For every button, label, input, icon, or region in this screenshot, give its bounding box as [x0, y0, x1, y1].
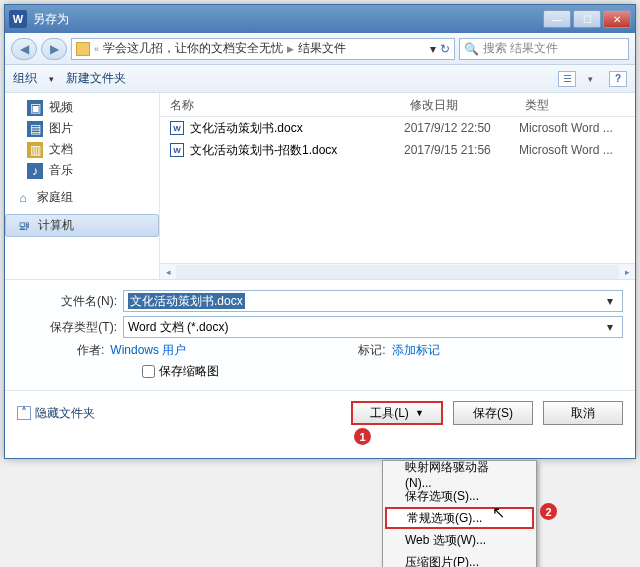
- maximize-button[interactable]: ☐: [573, 10, 601, 28]
- tag-label: 标记:: [358, 342, 385, 359]
- author-label: 作者:: [77, 342, 104, 359]
- word-icon: W: [9, 10, 27, 28]
- tools-button[interactable]: 工具(L) ▼: [351, 401, 443, 425]
- chevron-up-icon: ˄: [17, 406, 31, 420]
- menu-map-drive[interactable]: 映射网络驱动器(N)...: [385, 463, 534, 485]
- col-type[interactable]: 类型: [515, 93, 635, 116]
- file-list: 名称 修改日期 类型 W 文化活动策划书.docx 2017/9/12 22:5…: [160, 93, 635, 279]
- save-button[interactable]: 保存(S): [453, 401, 533, 425]
- help-icon[interactable]: ?: [609, 71, 627, 87]
- save-as-dialog: W 另存为 — ☐ ✕ ◀ ▶ « 学会这几招，让你的文档安全无忧 ▶ 结果文件…: [4, 4, 636, 459]
- nav-pane: ▣视频 ▤图片 ▥文档 ♪音乐 ⌂家庭组 🖳计算机: [5, 93, 160, 279]
- nav-music[interactable]: ♪音乐: [5, 160, 159, 181]
- filename-label: 文件名(N):: [17, 293, 117, 310]
- forward-button[interactable]: ▶: [41, 38, 67, 60]
- view-icon[interactable]: ☰: [558, 71, 576, 87]
- chevron-down-icon[interactable]: ▾: [602, 294, 618, 308]
- computer-icon: 🖳: [16, 218, 32, 234]
- list-item[interactable]: W 文化活动策划书-招数1.docx 2017/9/15 21:56 Micro…: [160, 139, 635, 161]
- chevron-right-icon: ▶: [287, 44, 294, 54]
- filename-input[interactable]: 文化活动策划书.docx ▾: [123, 290, 623, 312]
- savetype-label: 保存类型(T):: [17, 319, 117, 336]
- button-row: ˄ 隐藏文件夹 工具(L) ▼ 保存(S) 取消: [5, 390, 635, 435]
- list-item[interactable]: W 文化活动策划书.docx 2017/9/12 22:50 Microsoft…: [160, 117, 635, 139]
- author-value[interactable]: Windows 用户: [110, 342, 186, 359]
- scroll-left-icon[interactable]: ◂: [160, 265, 176, 279]
- scroll-right-icon[interactable]: ▸: [619, 265, 635, 279]
- savetype-select[interactable]: Word 文档 (*.docx) ▾: [123, 316, 623, 338]
- search-icon: 🔍: [464, 42, 479, 56]
- close-button[interactable]: ✕: [603, 10, 631, 28]
- list-header: 名称 修改日期 类型: [160, 93, 635, 117]
- folder-icon: [76, 42, 90, 56]
- tools-dropdown: 映射网络驱动器(N)... 保存选项(S)... 常规选项(G)... Web …: [382, 460, 537, 567]
- nav-pictures[interactable]: ▤图片: [5, 118, 159, 139]
- document-icon: ▥: [27, 142, 43, 158]
- menu-compress-pictures[interactable]: 压缩图片(P)...: [385, 551, 534, 567]
- addr-drop-icon[interactable]: ▾: [430, 42, 436, 56]
- breadcrumb-seg2[interactable]: 结果文件: [298, 40, 346, 57]
- h-scrollbar[interactable]: ◂ ▸: [160, 263, 635, 279]
- toolbar: 组织 ▾ 新建文件夹 ☰ ▾ ?: [5, 65, 635, 93]
- search-placeholder: 搜索 结果文件: [483, 40, 558, 57]
- col-name[interactable]: 名称: [160, 93, 400, 116]
- window-title: 另存为: [33, 11, 541, 28]
- titlebar[interactable]: W 另存为 — ☐ ✕: [5, 5, 635, 33]
- organize-button[interactable]: 组织: [13, 70, 37, 87]
- nav-documents[interactable]: ▥文档: [5, 139, 159, 160]
- address-bar[interactable]: « 学会这几招，让你的文档安全无忧 ▶ 结果文件 ▾ ↻: [71, 38, 455, 60]
- homegroup-icon: ⌂: [15, 190, 31, 206]
- hide-folders-button[interactable]: ˄ 隐藏文件夹: [17, 405, 95, 422]
- annotation-badge-1: 1: [354, 428, 371, 445]
- chevron-down-icon: ▼: [415, 408, 424, 418]
- cancel-button[interactable]: 取消: [543, 401, 623, 425]
- refresh-icon[interactable]: ↻: [440, 42, 450, 56]
- annotation-badge-2: 2: [540, 503, 557, 520]
- docx-icon: W: [170, 121, 184, 135]
- nav-videos[interactable]: ▣视频: [5, 97, 159, 118]
- menu-web-options[interactable]: Web 选项(W)...: [385, 529, 534, 551]
- back-button[interactable]: ◀: [11, 38, 37, 60]
- search-input[interactable]: 🔍 搜索 结果文件: [459, 38, 629, 60]
- picture-icon: ▤: [27, 121, 43, 137]
- docx-icon: W: [170, 143, 184, 157]
- new-folder-button[interactable]: 新建文件夹: [66, 70, 126, 87]
- thumbnail-label: 保存缩略图: [159, 363, 219, 380]
- breadcrumb-seg1[interactable]: 学会这几招，让你的文档安全无忧: [103, 40, 283, 57]
- form-area: 文件名(N): 文化活动策划书.docx ▾ 保存类型(T): Word 文档 …: [5, 279, 635, 390]
- menu-general-options[interactable]: 常规选项(G)...: [385, 507, 534, 529]
- chevron-icon: «: [94, 44, 99, 54]
- music-icon: ♪: [27, 163, 43, 179]
- nav-computer[interactable]: 🖳计算机: [5, 214, 159, 237]
- chevron-down-icon[interactable]: ▾: [602, 320, 618, 334]
- nav-row: ◀ ▶ « 学会这几招，让你的文档安全无忧 ▶ 结果文件 ▾ ↻ 🔍 搜索 结果…: [5, 33, 635, 65]
- minimize-button[interactable]: —: [543, 10, 571, 28]
- nav-homegroup[interactable]: ⌂家庭组: [5, 187, 159, 208]
- col-date[interactable]: 修改日期: [400, 93, 515, 116]
- thumbnail-checkbox[interactable]: [142, 365, 155, 378]
- video-icon: ▣: [27, 100, 43, 116]
- tag-value[interactable]: 添加标记: [392, 342, 440, 359]
